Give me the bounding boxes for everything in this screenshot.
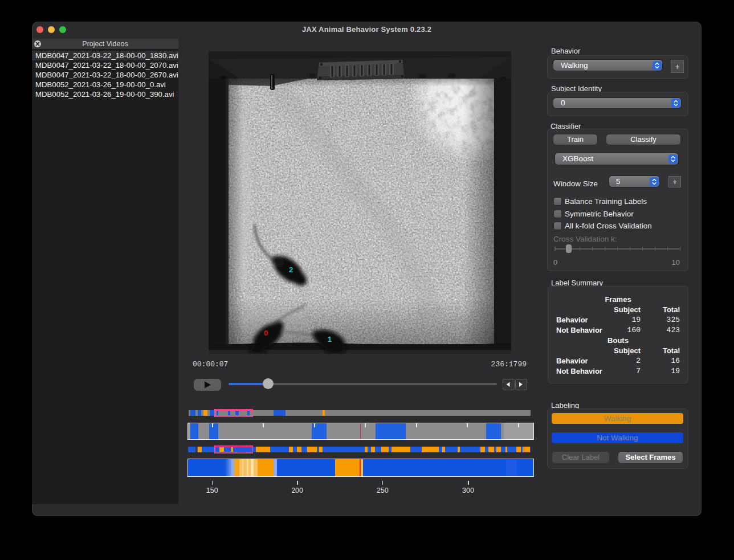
svg-text:1: 1 [328, 335, 332, 344]
svg-text:0: 0 [264, 329, 268, 337]
svg-text:2: 2 [289, 265, 293, 274]
